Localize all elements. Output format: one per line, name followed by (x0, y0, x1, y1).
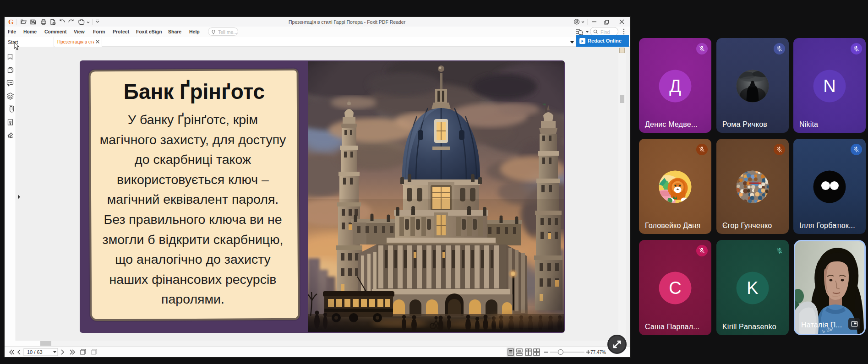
svg-text:77.47%: 77.47% (590, 350, 606, 355)
svg-text:10 / 63: 10 / 63 (27, 349, 43, 355)
svg-text:G: G (8, 18, 14, 26)
